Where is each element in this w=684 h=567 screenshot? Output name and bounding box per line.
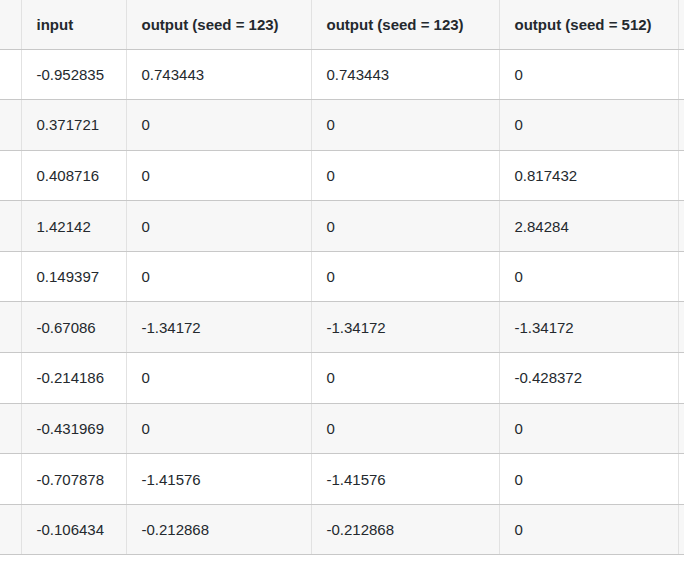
overflow-cell xyxy=(678,353,684,404)
index-cell xyxy=(0,302,21,353)
table-row: -0.707878 -1.41576 -1.41576 0 xyxy=(0,454,684,505)
table-cell: 0 xyxy=(499,100,678,151)
table-row: -0.214186 0 0 -0.428372 xyxy=(0,353,684,404)
page: input output (seed = 123) output (seed =… xyxy=(0,0,684,567)
overflow-cell xyxy=(678,100,684,151)
overflow-cell xyxy=(678,201,684,252)
table-cell: 0.817432 xyxy=(499,150,678,201)
table-cell: 0 xyxy=(126,251,311,302)
table-cell: 0 xyxy=(499,251,678,302)
table-cell: 0 xyxy=(126,150,311,201)
column-header-index xyxy=(0,0,21,49)
index-cell xyxy=(0,100,21,151)
table-cell: -1.41576 xyxy=(126,454,311,505)
table-cell: 0 xyxy=(499,403,678,454)
index-cell xyxy=(0,251,21,302)
table-row: 0.371721 0 0 0 xyxy=(0,100,684,151)
table-cell: -1.41576 xyxy=(311,454,499,505)
table-cell: 0 xyxy=(499,454,678,505)
table-cell: 0.743443 xyxy=(126,49,311,100)
table-cell: -0.428372 xyxy=(499,353,678,404)
table-cell: -1.34172 xyxy=(311,302,499,353)
table-row: -0.431969 0 0 0 xyxy=(0,403,684,454)
index-cell xyxy=(0,403,21,454)
table-cell: -1.34172 xyxy=(499,302,678,353)
data-table: input output (seed = 123) output (seed =… xyxy=(0,0,684,555)
table-cell: 0 xyxy=(499,49,678,100)
table-cell: 0 xyxy=(311,403,499,454)
table-cell: 0 xyxy=(126,201,311,252)
table-cell: -1.34172 xyxy=(126,302,311,353)
header-row: input output (seed = 123) output (seed =… xyxy=(0,0,684,49)
overflow-cell xyxy=(678,454,684,505)
table-cell: 0 xyxy=(311,150,499,201)
table-cell: -0.214186 xyxy=(21,353,126,404)
table-row: -0.67086 -1.34172 -1.34172 -1.34172 xyxy=(0,302,684,353)
column-header-input: input xyxy=(21,0,126,49)
table-cell: -0.212868 xyxy=(311,504,499,555)
table-cell: 0 xyxy=(311,251,499,302)
index-cell xyxy=(0,504,21,555)
index-cell xyxy=(0,150,21,201)
overflow-cell xyxy=(678,251,684,302)
table-cell: -0.952835 xyxy=(21,49,126,100)
overflow-cell xyxy=(678,49,684,100)
table-cell: 0 xyxy=(311,201,499,252)
table-cell: 2.84284 xyxy=(499,201,678,252)
table-row: 0.408716 0 0 0.817432 xyxy=(0,150,684,201)
table-cell: 0.149397 xyxy=(21,251,126,302)
table-cell: 0 xyxy=(311,353,499,404)
column-header-output-seed-123-b: output (seed = 123) xyxy=(311,0,499,49)
table-cell: -0.212868 xyxy=(126,504,311,555)
table-cell: 0.743443 xyxy=(311,49,499,100)
overflow-cell xyxy=(678,150,684,201)
table-cell: 0 xyxy=(126,353,311,404)
index-cell xyxy=(0,353,21,404)
column-header-output-seed-123-a: output (seed = 123) xyxy=(126,0,311,49)
table-cell: 0 xyxy=(126,403,311,454)
table-cell: -0.431969 xyxy=(21,403,126,454)
column-header-output-seed-512: output (seed = 512) xyxy=(499,0,678,49)
index-cell xyxy=(0,454,21,505)
table-row: 1.42142 0 0 2.84284 xyxy=(0,201,684,252)
table-cell: -0.707878 xyxy=(21,454,126,505)
table-cell: 0 xyxy=(311,100,499,151)
table-row: -0.106434 -0.212868 -0.212868 0 xyxy=(0,504,684,555)
table-cell: -0.106434 xyxy=(21,504,126,555)
table-cell: -0.67086 xyxy=(21,302,126,353)
table-cell: 0 xyxy=(499,504,678,555)
index-cell xyxy=(0,201,21,252)
column-header-overflow xyxy=(678,0,684,49)
overflow-cell xyxy=(678,403,684,454)
overflow-cell xyxy=(678,302,684,353)
table-row: 0.149397 0 0 0 xyxy=(0,251,684,302)
table-row: -0.952835 0.743443 0.743443 0 xyxy=(0,49,684,100)
index-cell xyxy=(0,49,21,100)
overflow-cell xyxy=(678,504,684,555)
table-cell: 0.408716 xyxy=(21,150,126,201)
table-cell: 0.371721 xyxy=(21,100,126,151)
table-cell: 0 xyxy=(126,100,311,151)
table-cell: 1.42142 xyxy=(21,201,126,252)
